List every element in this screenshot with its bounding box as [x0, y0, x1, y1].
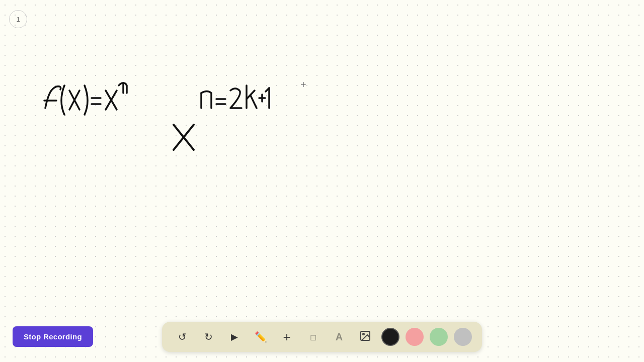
- redo-icon: ↻: [204, 331, 213, 343]
- text-icon: A: [336, 331, 343, 343]
- image-button[interactable]: [355, 327, 375, 347]
- toolbar: ↺ ↻ ▶ ✏️ + ◻ A: [162, 322, 482, 352]
- select-icon: ▶: [231, 331, 238, 342]
- image-icon: [359, 330, 371, 344]
- undo-button[interactable]: ↺: [172, 327, 192, 347]
- color-gray[interactable]: [454, 328, 472, 346]
- page-number-text: 1: [16, 16, 20, 23]
- redo-button[interactable]: ↻: [198, 327, 218, 347]
- pen-tool-button[interactable]: ✏️: [251, 327, 271, 347]
- color-pink[interactable]: [406, 328, 424, 346]
- add-button[interactable]: +: [277, 327, 297, 347]
- color-black[interactable]: [381, 328, 399, 346]
- pen-icon: ✏️: [255, 331, 267, 343]
- svg-point-1: [363, 333, 364, 335]
- eraser-button[interactable]: ◻: [303, 327, 323, 347]
- text-tool-button[interactable]: A: [329, 327, 349, 347]
- eraser-icon: ◻: [310, 332, 316, 342]
- select-tool-button[interactable]: ▶: [224, 327, 245, 347]
- canvas-area[interactable]: [0, 0, 644, 362]
- color-green[interactable]: [430, 328, 448, 346]
- undo-icon: ↺: [178, 331, 187, 343]
- add-icon: +: [283, 329, 290, 345]
- page-number: 1: [9, 10, 27, 28]
- stop-recording-button[interactable]: Stop Recording: [13, 326, 93, 347]
